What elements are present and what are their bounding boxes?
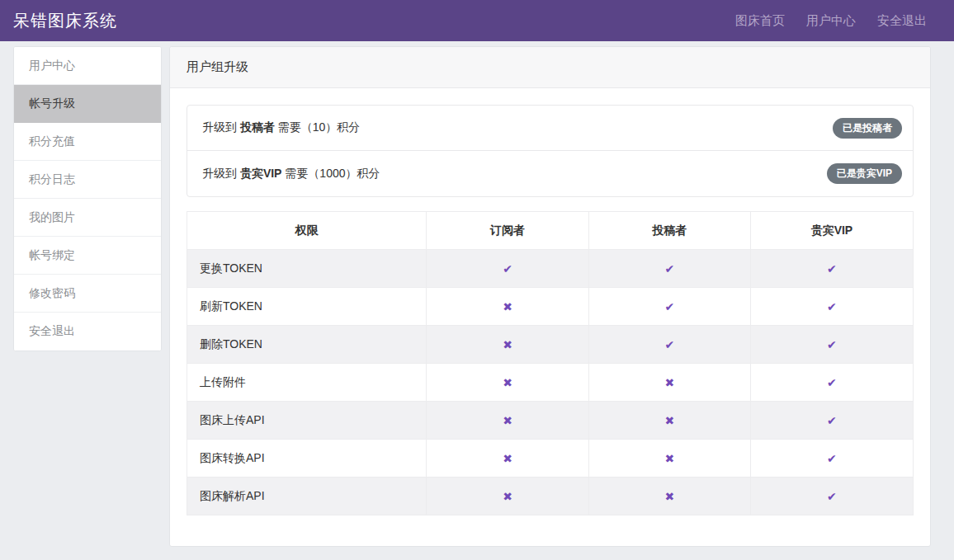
cross-icon: ✖	[503, 452, 512, 465]
check-icon: ✔	[827, 414, 837, 427]
permission-cell: ✖	[427, 326, 588, 364]
permission-cell: ✖	[427, 288, 588, 326]
topbar-link-3[interactable]: 安全退出	[877, 13, 927, 29]
page-content: 用户中心帐号升级积分充值积分日志我的图片帐号绑定修改密码安全退出 用户组升级 升…	[0, 41, 954, 547]
permission-cell: ✔	[427, 250, 588, 288]
table-row: 图床解析API✖✖✔	[187, 478, 914, 515]
panel-body: 升级到 投稿者 需要（10）积分已是投稿者升级到 贵宾VIP 需要（1000）积…	[170, 88, 930, 546]
permission-cell: ✖	[588, 402, 750, 440]
permission-cell: ✖	[427, 402, 588, 440]
column-header-2: 订阅者	[427, 212, 588, 250]
sidebar-item-5[interactable]: 我的图片	[14, 199, 161, 237]
table-row: 更换TOKEN✔✔✔	[187, 250, 914, 288]
table-row: 上传附件✖✖✔	[187, 364, 914, 402]
permission-label: 删除TOKEN	[187, 326, 427, 364]
permission-cell: ✖	[427, 478, 588, 515]
upgrade-row-1: 升级到 投稿者 需要（10）积分已是投稿者	[187, 106, 913, 151]
panel-header: 用户组升级	[170, 47, 930, 88]
permissions-table: 权限订阅者投稿者贵宾VIP 更换TOKEN✔✔✔刷新TOKEN✖✔✔删除TOKE…	[187, 211, 914, 515]
check-icon: ✔	[827, 452, 837, 465]
table-header-row: 权限订阅者投稿者贵宾VIP	[187, 212, 914, 250]
permission-label: 上传附件	[187, 364, 427, 402]
permission-cell: ✔	[750, 364, 913, 402]
upgrade-requirement: 需要（1000）积分	[281, 167, 380, 180]
check-icon: ✔	[827, 262, 837, 275]
sidebar-item-6[interactable]: 帐号绑定	[14, 237, 161, 275]
permission-cell: ✖	[588, 364, 750, 402]
check-icon: ✔	[827, 376, 837, 389]
check-icon: ✔	[664, 300, 674, 313]
permissions-table-head: 权限订阅者投稿者贵宾VIP	[187, 212, 914, 250]
topbar-link-2[interactable]: 用户中心	[806, 13, 856, 29]
upgrade-text: 升级到 投稿者 需要（10）积分	[202, 120, 360, 135]
permission-label: 刷新TOKEN	[187, 288, 427, 326]
check-icon: ✔	[664, 338, 674, 351]
upgrade-group-name: 投稿者	[240, 120, 275, 134]
permission-cell: ✔	[750, 478, 913, 515]
upgrade-requirement: 需要（10）积分	[275, 120, 360, 134]
table-row: 刷新TOKEN✖✔✔	[187, 288, 914, 326]
table-row: 图床转换API✖✖✔	[187, 440, 914, 478]
cross-icon: ✖	[503, 376, 512, 389]
column-header-4: 贵宾VIP	[750, 212, 913, 250]
cross-icon: ✖	[664, 490, 674, 503]
sidebar-item-3[interactable]: 积分充值	[14, 123, 161, 161]
cross-icon: ✖	[664, 414, 674, 427]
cross-icon: ✖	[664, 452, 674, 465]
brand-title[interactable]: 呆错图床系统	[13, 10, 117, 32]
sidebar-item-7[interactable]: 修改密码	[14, 275, 161, 313]
permission-cell: ✔	[750, 250, 913, 288]
sidebar: 用户中心帐号升级积分充值积分日志我的图片帐号绑定修改密码安全退出	[13, 46, 162, 351]
permission-cell: ✔	[750, 440, 913, 478]
cross-icon: ✖	[503, 414, 512, 427]
status-badge: 已是贵宾VIP	[827, 163, 902, 184]
permission-cell: ✖	[588, 440, 750, 478]
check-icon: ✔	[827, 300, 837, 313]
status-badge: 已是投稿者	[833, 118, 902, 139]
permission-cell: ✔	[588, 288, 750, 326]
permission-label: 图床解析API	[187, 478, 427, 515]
check-icon: ✔	[827, 490, 837, 503]
check-icon: ✔	[664, 262, 674, 275]
permission-label: 更换TOKEN	[187, 250, 427, 288]
permission-label: 图床上传API	[187, 402, 427, 440]
permission-cell: ✔	[750, 326, 913, 364]
column-header-3: 投稿者	[588, 212, 750, 250]
upgrade-text: 升级到 贵宾VIP 需要（1000）积分	[202, 167, 380, 181]
check-icon: ✔	[503, 262, 512, 275]
permission-label: 图床转换API	[187, 440, 427, 478]
top-navbar: 呆错图床系统 图床首页用户中心安全退出	[0, 0, 954, 41]
cross-icon: ✖	[503, 338, 512, 351]
permissions-table-body: 更换TOKEN✔✔✔刷新TOKEN✖✔✔删除TOKEN✖✔✔上传附件✖✖✔图床上…	[187, 250, 914, 515]
upgrade-group-name: 贵宾VIP	[240, 167, 282, 180]
upgrade-prefix: 升级到	[202, 120, 240, 134]
upgrade-box: 升级到 投稿者 需要（10）积分已是投稿者升级到 贵宾VIP 需要（1000）积…	[187, 105, 914, 197]
check-icon: ✔	[827, 338, 837, 351]
permission-cell: ✖	[588, 478, 750, 515]
cross-icon: ✖	[503, 300, 512, 313]
topbar-link-1[interactable]: 图床首页	[735, 13, 785, 29]
table-row: 删除TOKEN✖✔✔	[187, 326, 914, 364]
permission-cell: ✖	[427, 364, 588, 402]
sidebar-item-1[interactable]: 用户中心	[14, 47, 161, 85]
permission-cell: ✔	[750, 402, 913, 440]
sidebar-item-2[interactable]: 帐号升级	[14, 85, 161, 123]
cross-icon: ✖	[503, 490, 512, 503]
column-header-1: 权限	[187, 212, 427, 250]
permission-cell: ✔	[588, 326, 750, 364]
topbar-nav: 图床首页用户中心安全退出	[714, 13, 927, 29]
upgrade-prefix: 升级到	[202, 167, 240, 180]
table-row: 图床上传API✖✖✔	[187, 402, 914, 440]
page-title: 用户组升级	[187, 59, 248, 73]
main-panel: 用户组升级 升级到 投稿者 需要（10）积分已是投稿者升级到 贵宾VIP 需要（…	[169, 46, 931, 547]
permission-cell: ✔	[588, 250, 750, 288]
permission-cell: ✔	[750, 288, 913, 326]
sidebar-item-8[interactable]: 安全退出	[14, 313, 161, 351]
permission-cell: ✖	[427, 440, 588, 478]
upgrade-row-2: 升级到 贵宾VIP 需要（1000）积分已是贵宾VIP	[187, 151, 913, 196]
sidebar-item-4[interactable]: 积分日志	[14, 161, 161, 199]
cross-icon: ✖	[664, 376, 674, 389]
